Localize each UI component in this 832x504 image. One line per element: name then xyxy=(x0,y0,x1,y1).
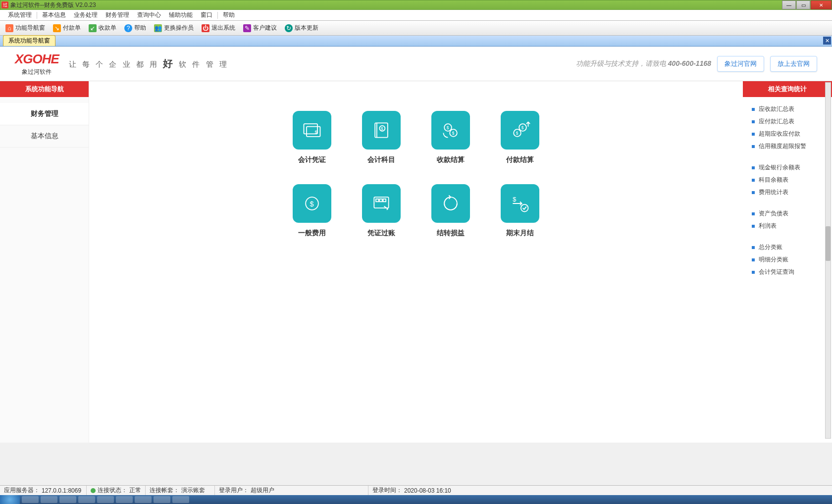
tile-pay-settle[interactable]: $$付款结算 xyxy=(488,111,552,164)
os-taskbar[interactable] xyxy=(0,495,832,504)
tabbar: 系统功能导航窗 ✕ xyxy=(0,36,832,47)
right-group-3: 总分类账明细分类账会计凭证查询 xyxy=(743,235,832,281)
taskbar-item[interactable] xyxy=(59,496,76,503)
tab-close-button[interactable]: ✕ xyxy=(823,37,831,45)
tile-recv-settle[interactable]: $$收款结算 xyxy=(418,111,483,164)
taskbar-item[interactable] xyxy=(116,496,133,503)
toolbar-suggest-button[interactable]: ✎客户建议 xyxy=(240,22,280,34)
right-link[interactable]: 利润表 xyxy=(752,220,823,232)
receive-icon: ↙ xyxy=(89,24,97,32)
menu-aux[interactable]: 辅助功能 xyxy=(165,10,197,20)
toolbar-help-button[interactable]: ?帮助 xyxy=(121,22,150,34)
svg-text:$: $ xyxy=(516,131,519,136)
tile-label: 会计科目 xyxy=(367,155,395,164)
tile-monthend[interactable]: $期末月结 xyxy=(488,184,552,238)
toolbar-exit-button[interactable]: ⏻退出系统 xyxy=(198,22,239,34)
taskbar-item[interactable] xyxy=(154,496,170,503)
tile-label: 一般费用 xyxy=(298,229,326,238)
toolbar-switchuser-button[interactable]: 👥更换操作员 xyxy=(151,22,197,34)
toolbar-label: 帮助 xyxy=(134,24,146,32)
status-dot-icon xyxy=(91,488,96,493)
right-link[interactable]: 会计凭证查询 xyxy=(752,266,823,278)
menu-query[interactable]: 查询中心 xyxy=(133,10,165,20)
right-link[interactable]: 超期应收应付款 xyxy=(752,128,823,140)
exit-icon: ⏻ xyxy=(202,24,209,32)
menu-finance[interactable]: 财务管理 xyxy=(102,10,133,20)
tile-expense[interactable]: $一般费用 xyxy=(280,184,344,238)
tile-label: 结转损益 xyxy=(437,229,465,238)
toolbar-recv-button[interactable]: ↙收款单 xyxy=(85,22,120,34)
start-button[interactable] xyxy=(0,495,20,504)
maximize-button[interactable]: ▭ xyxy=(796,0,810,9)
support-phone: 400-600-1168 xyxy=(668,59,711,67)
taskbar-item[interactable] xyxy=(78,496,95,503)
tab-nav[interactable]: 系统功能导航窗 xyxy=(3,35,55,46)
subject-icon: $ xyxy=(362,111,401,150)
right-group-0: 应收款汇总表应付款汇总表超期应收应付款信用额度超限报警 xyxy=(743,97,832,155)
taskbar-item[interactable] xyxy=(135,496,152,503)
status-connection: 连接状态：正常 xyxy=(87,486,146,495)
right-link[interactable]: 明细分类账 xyxy=(752,253,823,266)
tile-label: 付款结算 xyxy=(506,155,534,164)
statusbar: 应用服务器：127.0.0.1:8069 连接状态：正常 连接帐套：演示账套 登… xyxy=(0,485,832,495)
right-link[interactable]: 现金银行余额表 xyxy=(752,161,823,174)
sidebar-left: 系统功能导航 财务管理 基本信息 xyxy=(0,81,89,443)
tile-post[interactable]: 凭证过账 xyxy=(349,184,414,238)
scrollbar[interactable] xyxy=(825,82,831,439)
window-title: 象过河软件--财务免费版 V2.0.23 xyxy=(10,1,96,9)
official-site-button[interactable]: 象过河官网 xyxy=(717,56,764,72)
svg-point-23 xyxy=(521,204,528,212)
menu-help[interactable]: 帮助 xyxy=(219,10,239,20)
status-user: 登录用户：超级用户 xyxy=(215,486,368,495)
toolbar-label: 版本更新 xyxy=(295,24,318,32)
svg-text:$: $ xyxy=(381,127,383,131)
toolbar-label: 退出系统 xyxy=(211,24,235,32)
sidebar-right: 相关查询统计 应收款汇总表应付款汇总表超期应收应付款信用额度超限报警现金银行余额… xyxy=(743,81,832,443)
menu-basic[interactable]: 基本信息 xyxy=(38,10,70,20)
tile-carry[interactable]: 结转损益 xyxy=(418,184,483,238)
toolbar-update-button[interactable]: ↻版本更新 xyxy=(281,22,322,34)
tile-label: 期末月结 xyxy=(506,229,534,238)
toolbar-label: 更换操作员 xyxy=(164,24,194,32)
toolbar-pay-button[interactable]: ↘付款单 xyxy=(50,22,84,34)
svg-text:$: $ xyxy=(452,131,455,136)
separator xyxy=(37,12,37,19)
tile-subject[interactable]: $会计科目 xyxy=(349,111,414,164)
monthend-icon: $ xyxy=(501,184,539,223)
svg-text:$: $ xyxy=(310,200,313,208)
scrollbar-thumb[interactable] xyxy=(826,226,831,261)
carry-icon xyxy=(431,184,470,223)
status-time: 登录时间：2020-08-03 16:10 xyxy=(368,486,522,495)
right-link[interactable]: 费用统计表 xyxy=(752,186,823,199)
toolbar-label: 客户建议 xyxy=(253,24,277,32)
tile-voucher[interactable]: $会计凭证 xyxy=(280,111,344,164)
tile-label: 凭证过账 xyxy=(367,229,395,238)
taskbar-item[interactable] xyxy=(172,496,189,503)
svg-text:$: $ xyxy=(315,130,317,135)
separator xyxy=(217,12,218,19)
taskbar-item[interactable] xyxy=(22,496,39,503)
deploy-site-button[interactable]: 放上去官网 xyxy=(770,56,817,72)
taskbar-item[interactable] xyxy=(41,496,57,503)
right-link[interactable]: 科目余额表 xyxy=(752,174,823,186)
right-link[interactable]: 总分类账 xyxy=(752,241,823,253)
toolbar-nav-button[interactable]: ⌂功能导航窗 xyxy=(2,22,49,34)
right-link[interactable]: 应付款汇总表 xyxy=(752,115,823,128)
menu-system[interactable]: 系统管理 xyxy=(4,10,36,20)
help-icon: ? xyxy=(124,24,132,32)
menu-business[interactable]: 业务处理 xyxy=(70,10,102,20)
right-group-1: 现金银行余额表科目余额表费用统计表 xyxy=(743,155,832,202)
right-link[interactable]: 应收款汇总表 xyxy=(752,103,823,115)
update-icon: ↻ xyxy=(285,24,293,32)
sidebar-item-finance[interactable]: 财务管理 xyxy=(0,103,89,125)
svg-rect-19 xyxy=(379,199,382,202)
right-link[interactable]: 资产负债表 xyxy=(752,207,823,220)
close-button[interactable]: ✕ xyxy=(811,0,832,9)
menu-window[interactable]: 窗口 xyxy=(197,10,216,20)
right-link[interactable]: 信用额度超限报警 xyxy=(752,140,823,152)
taskbar-item[interactable] xyxy=(97,496,114,503)
sidebar-left-header: 系统功能导航 xyxy=(0,81,89,97)
sidebar-item-basic[interactable]: 基本信息 xyxy=(0,125,89,148)
support-text: 功能升级与技术支持，请致电 400-600-1168 xyxy=(576,59,711,68)
minimize-button[interactable]: — xyxy=(782,0,796,9)
